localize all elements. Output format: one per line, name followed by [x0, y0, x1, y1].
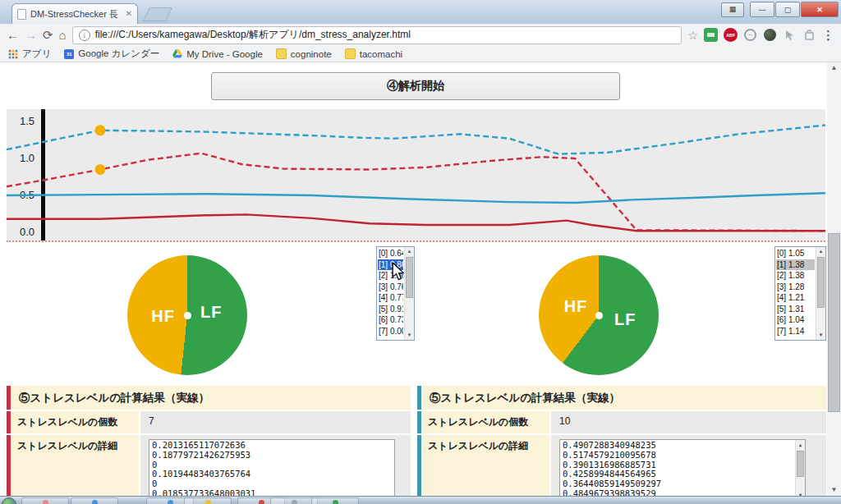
taskbar-app-icon [333, 500, 338, 504]
extension-dark-circle-icon[interactable] [763, 28, 777, 42]
url-text: file:///C:/Users/kamegawa/Desktop/解析アプリ/… [95, 28, 411, 42]
extension-minus-icon[interactable]: − [743, 28, 757, 42]
hf-slice-label: HF [564, 297, 588, 316]
taskbar-app-icon [92, 500, 98, 504]
listbox-item[interactable]: [4] 0.77 [378, 292, 403, 304]
taskbar-app-button[interactable] [71, 497, 118, 504]
maximize-button[interactable]: ▢ [775, 2, 800, 17]
stress-result-table-right: ⑤ストレスレベルの計算結果（実線） ストレスレベルの個数 10 ストレスレベルの… [417, 386, 826, 504]
pie-chart-left[interactable]: HF LF [127, 255, 247, 375]
calendar-icon: 31 [64, 49, 74, 59]
extension-bag-icon[interactable] [802, 28, 816, 42]
page-info-icon[interactable]: i [79, 30, 90, 41]
listbox-item[interactable]: [3] 1.28 [776, 282, 815, 293]
browser-tab[interactable]: DM-StressChecker 長 ✕ [11, 3, 138, 24]
windows-taskbar[interactable] [0, 496, 841, 504]
series-lf-hf-ratio-solid-blue [7, 193, 825, 203]
bookmark-cogninote[interactable]: cogninote [276, 48, 332, 59]
bookmark-google-calendar[interactable]: 31 Google カレンダー [64, 48, 159, 60]
stress-detail-label: ストレスレベルの詳細 [11, 435, 140, 502]
scrollbar-thumb[interactable] [828, 233, 840, 412]
bookmark-my-drive[interactable]: My Drive - Google [172, 49, 263, 59]
bookmark-tacomachi[interactable]: tacomachi [345, 48, 402, 59]
tab-close-icon[interactable]: ✕ [126, 10, 132, 18]
listbox-item[interactable]: [6] 1.04 [776, 314, 815, 326]
back-icon[interactable]: ← [7, 29, 19, 41]
start-button[interactable] [2, 497, 16, 504]
listbox-item[interactable]: [1] 1.38 [776, 259, 815, 271]
selected-point-marker[interactable] [95, 164, 106, 175]
taskbar-app-button[interactable] [21, 497, 69, 504]
apps-grid-icon [8, 49, 18, 59]
listbox-item[interactable]: [7] 0.00 [378, 326, 403, 337]
analyze-start-button[interactable]: ④解析開始 [211, 72, 620, 100]
taskbar-app-button[interactable] [311, 497, 359, 504]
scroll-down-icon[interactable]: ▼ [405, 331, 414, 340]
browser-toolbar: ← → ⟳ ⌂ i file:///C:/Users/kamegawa/Desk… [0, 24, 841, 46]
pie-center-dot [184, 312, 191, 319]
listbox-scrollbar[interactable]: ▲ ▼ [404, 247, 414, 340]
ime-indicator-button[interactable]: ▦ [721, 2, 744, 17]
listbox-item[interactable]: [0] 0.64 [378, 248, 403, 259]
pie-chart-right[interactable]: HF LF [539, 255, 659, 375]
stress-count-label: ストレスレベルの個数 [421, 411, 551, 433]
listbox-scrollbar[interactable]: ▲ ▼ [816, 247, 825, 340]
listbox-item[interactable]: [6] 0.73 [378, 314, 403, 326]
taskbar-app-icon [168, 500, 173, 504]
value-listbox-left[interactable]: [0] 0.64[1] 0.86[2] 1.08[3] 0.76[4] 0.77… [376, 246, 415, 341]
mouse-cursor [391, 263, 406, 281]
listbox-item[interactable]: [7] 1.14 [776, 326, 815, 337]
scroll-up-icon[interactable]: ▲ [405, 247, 414, 256]
stress-count-label: ストレスレベルの個数 [11, 411, 140, 433]
taskbar-app-button[interactable] [184, 497, 232, 504]
scrollbar-thumb[interactable] [406, 257, 413, 298]
page-scrollbar[interactable]: ▲ ▼ [827, 62, 841, 496]
drive-icon [172, 49, 182, 58]
minimize-button[interactable]: — [750, 2, 774, 17]
stress-detail-textarea[interactable]: 0.2013165117072636 0.18779721426275953 0… [149, 439, 395, 500]
adblock-plus-icon[interactable]: ABP [724, 28, 738, 42]
chrome-menu-icon[interactable]: ⋮ [822, 28, 834, 43]
listbox-item[interactable]: [0] 1.05 [776, 248, 815, 259]
hrv-line-chart[interactable]: 1.51.00.50.0 [7, 109, 825, 242]
bookmark-star-icon[interactable]: ☆ [687, 29, 698, 42]
taskbar-app-icon [259, 500, 264, 504]
page-favicon-icon [17, 9, 26, 20]
close-button[interactable]: ✕ [801, 2, 839, 17]
pie-center-dot [595, 312, 603, 319]
note-icon [276, 48, 287, 59]
extension-green-icon[interactable] [704, 28, 718, 42]
reload-icon[interactable]: ⟳ [43, 29, 53, 41]
note-icon [345, 48, 356, 59]
scroll-up-icon[interactable]: ▲ [816, 247, 825, 256]
scrollbar-thumb[interactable] [797, 451, 804, 477]
chart-cursor-line[interactable] [41, 109, 45, 241]
listbox-item[interactable]: [3] 0.76 [378, 282, 403, 293]
address-bar[interactable]: i file:///C:/Users/kamegawa/Desktop/解析アプ… [72, 26, 682, 44]
stress-detail-textarea[interactable]: 0.4907288340948235 0.5174579210095678 0.… [559, 439, 806, 500]
forward-icon[interactable]: → [25, 29, 37, 41]
scroll-down-icon[interactable]: ▼ [816, 331, 825, 340]
selected-point-marker[interactable] [95, 125, 106, 135]
scroll-up-icon[interactable]: ▲ [827, 62, 841, 74]
listbox-item[interactable]: [5] 0.91 [378, 304, 403, 315]
series-lf-hf-ratio-dashed-blue [7, 126, 825, 154]
textarea-scrollbar[interactable]: ▲ ▼ [795, 440, 805, 499]
scroll-up-icon[interactable]: ▲ [796, 440, 805, 449]
browser-window: DM-StressChecker 長 ✕ ▦ — ▢ ✕ ← → ⟳ ⌂ i f… [0, 0, 841, 504]
scroll-down-icon[interactable]: ▼ [827, 484, 841, 496]
bookmark-apps[interactable]: アプリ [8, 48, 51, 60]
lf-slice-label: LF [200, 303, 222, 322]
value-listbox-right[interactable]: [0] 1.05[1] 1.38[2] 1.38[3] 1.28[4] 1.21… [774, 246, 826, 341]
bookmarks-bar: アプリ 31 Google カレンダー My Drive - Google co… [0, 46, 841, 62]
stress-result-table-left: ⑤ストレスレベルの計算結果（実線） ストレスレベルの個数 7 ストレスレベルの詳… [7, 386, 411, 504]
new-tab-button[interactable] [143, 7, 172, 21]
listbox-item[interactable]: [5] 1.31 [776, 304, 815, 315]
series-stress-dashed-red [7, 153, 825, 231]
listbox-item[interactable]: [2] 1.38 [776, 270, 815, 282]
home-icon[interactable]: ⌂ [59, 29, 67, 41]
taskbar-app-icon [43, 500, 48, 504]
extension-cursor-icon[interactable] [783, 28, 797, 42]
listbox-item[interactable]: [4] 1.21 [776, 292, 815, 304]
scrollbar-thumb[interactable] [817, 257, 825, 308]
